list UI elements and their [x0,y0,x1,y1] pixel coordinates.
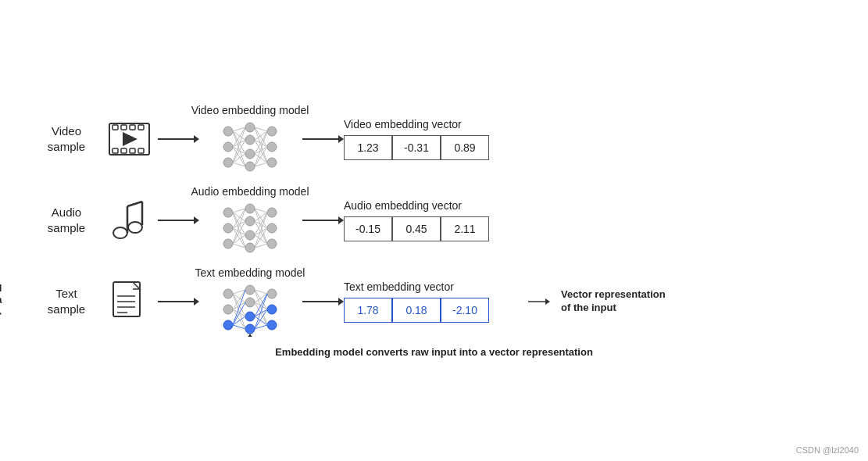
vector-rep-label: Vector representationof the input [561,288,666,315]
svg-marker-11 [194,135,199,143]
svg-point-108 [267,305,277,314]
audio-vector-col: Audio embedding vector -0.15 0.45 2.11 [344,199,523,241]
svg-point-100 [223,289,233,298]
svg-point-19 [267,127,277,136]
audio-model-label: Audio embedding model [191,185,309,198]
video-vector-label: Video embedding vector [344,118,462,130]
audio-nn-icon [219,201,281,256]
svg-marker-9 [123,132,138,146]
video-vector-cell-0: 1.23 [344,135,392,160]
svg-marker-137 [338,298,344,306]
svg-point-55 [223,208,233,217]
text-vector-cells: 1.78 0.18 -2.10 [344,298,489,323]
svg-point-14 [223,158,233,167]
text-model-col: Text embedding model [199,266,301,337]
svg-point-103 [245,285,255,295]
audio-vector-cell-2: 2.11 [441,216,489,241]
text-row: Unlabeledinput data Textsample [31,266,837,337]
svg-marker-90 [338,216,344,224]
svg-point-59 [245,216,255,226]
svg-point-48 [113,227,127,238]
svg-rect-4 [138,125,144,130]
text-nn-icon [219,282,281,337]
svg-marker-47 [338,135,344,143]
svg-point-109 [267,320,277,330]
audio-vector-cell-1: 0.45 [392,216,441,241]
svg-point-105 [245,312,255,321]
svg-rect-2 [121,125,127,130]
svg-point-15 [245,123,255,132]
svg-point-12 [223,127,233,136]
svg-rect-5 [113,148,118,153]
svg-point-107 [267,289,277,298]
audio-arrow2 [301,213,344,228]
svg-rect-7 [130,148,135,153]
text-vector-cell-0: 1.78 [344,298,392,323]
svg-marker-99 [194,298,199,306]
text-sample-label: Textsample [31,286,102,316]
svg-point-102 [223,320,233,330]
svg-point-57 [223,239,233,248]
vector-rep-area: Vector representationof the input [528,288,666,315]
video-nn-icon [219,120,281,174]
svg-point-60 [245,230,255,240]
audio-vector-cell-0: -0.15 [344,216,392,241]
video-arrow2 [301,131,344,147]
svg-line-50 [127,202,142,206]
svg-point-64 [267,239,277,248]
audio-model-col: Audio embedding model [199,185,301,256]
video-icon [102,120,156,159]
video-vector-cells: 1.23 -0.31 0.89 [344,135,489,160]
svg-rect-3 [130,125,135,130]
svg-point-13 [223,142,233,152]
audio-sample-label: Audiosample [31,205,102,235]
svg-point-58 [245,204,255,213]
svg-point-21 [267,158,277,167]
audio-vector-cells: -0.15 0.45 2.11 [344,216,489,241]
svg-point-63 [267,223,277,233]
text-vector-label: Text embedding vector [344,281,454,293]
svg-point-18 [245,162,255,171]
watermark: CSDN @lzl2040 [796,445,859,455]
video-sample-label: Videosample [31,123,102,154]
svg-point-17 [245,149,255,159]
svg-point-61 [245,243,255,252]
svg-point-16 [245,135,255,145]
svg-marker-135 [247,334,253,337]
video-row: Videosample [31,104,837,174]
svg-rect-1 [113,125,118,130]
video-model-label: Video embedding model [191,104,309,116]
text-arrow1 [156,294,199,309]
svg-rect-8 [138,148,144,153]
footer-text: Embedding model converts raw input into … [31,346,837,358]
svg-point-101 [223,305,233,314]
svg-point-106 [245,324,255,334]
svg-marker-54 [194,216,199,224]
text-vector-cell-2: -2.10 [441,298,489,323]
svg-point-52 [128,222,142,233]
video-vector-cell-2: 0.89 [441,135,489,160]
svg-point-104 [245,298,255,307]
audio-row: Audiosample Audio embedding model [31,185,837,256]
svg-point-62 [267,208,277,217]
svg-marker-139 [545,298,550,305]
diagram-container: Videosample [0,0,868,461]
svg-point-20 [267,142,277,152]
audio-arrow1 [156,213,199,228]
video-vector-cell-1: -0.31 [392,135,441,160]
text-vector-col: Text embedding vector 1.78 0.18 -2.10 [344,281,523,323]
text-vector-area: Text embedding vector 1.78 0.18 -2.10 Ve… [344,281,666,323]
text-icon [102,281,156,323]
audio-icon [102,200,156,241]
audio-vector-label: Audio embedding vector [344,199,462,212]
svg-rect-6 [121,148,127,153]
svg-marker-92 [0,310,2,316]
text-vector-cell-1: 0.18 [392,298,441,323]
video-vector-col: Video embedding vector 1.23 -0.31 0.89 [344,118,523,160]
unlabeled-label: Unlabeledinput data [0,283,2,320]
text-model-label: Text embedding model [195,266,305,279]
svg-point-56 [223,223,233,233]
video-model-col: Video embedding model [199,104,301,174]
video-arrow1 [156,131,199,147]
text-arrow2 [301,294,344,309]
